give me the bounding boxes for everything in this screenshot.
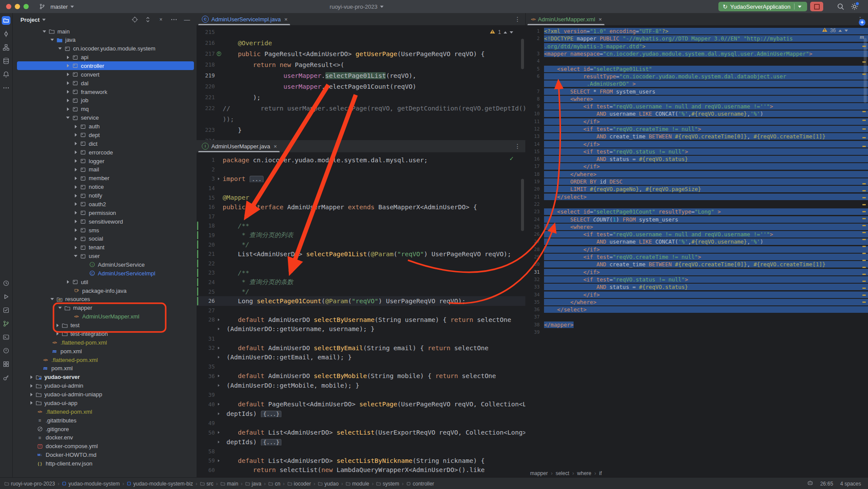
code-line[interactable]: 13 AND create_time BETWEEN #{reqVO.creat… — [526, 133, 868, 140]
tree-row[interactable]: notice — [13, 183, 196, 191]
tool-key-icon[interactable] — [1, 373, 11, 382]
tree-row[interactable]: notify — [13, 191, 196, 200]
close-tab-icon[interactable]: × — [284, 16, 288, 23]
fold-icon[interactable] — [215, 384, 223, 387]
inspection-widget-top[interactable]: 1 — [490, 29, 513, 35]
tool-notifications-icon[interactable] — [1, 70, 11, 79]
code-line[interactable]: 15 <if test="reqVO.status != null"> — [526, 148, 868, 155]
chevron-right-icon[interactable] — [64, 81, 71, 85]
locate-icon[interactable] — [131, 16, 138, 23]
code-line[interactable]: 32 <if test="reqVO.status != null"> — [526, 276, 868, 283]
code-line[interactable]: 9 <if test="reqVO.username != null and r… — [526, 103, 868, 110]
code-line[interactable]: 8 <where> — [526, 95, 868, 103]
tree-row[interactable]: member — [13, 174, 196, 183]
ai-status-icon[interactable] — [807, 480, 813, 487]
scrollbar[interactable] — [864, 38, 867, 103]
tree-row[interactable]: java — [13, 36, 196, 44]
code-line[interactable]: 20 */ — [197, 240, 525, 249]
tree-row[interactable]: ≡.gitattributes — [13, 416, 196, 425]
tree-row[interactable]: convert — [13, 70, 196, 79]
tree-row[interactable]: cn.iocoder.yudao.module.system — [13, 44, 196, 53]
tree-row[interactable]: auth — [13, 122, 196, 131]
code-line[interactable]: (AdminUserDO::getEmail, email); } — [197, 352, 525, 362]
chevron-right-icon[interactable] — [54, 324, 61, 327]
navigation-bar-item[interactable]: java — [245, 481, 261, 487]
tree-row[interactable]: </>AdminUserMapper.xml — [13, 312, 196, 321]
navigation-bar-item[interactable]: iocoder — [287, 481, 311, 487]
chevron-right-icon[interactable] — [28, 393, 35, 396]
expand-collapse-icon[interactable] — [144, 16, 151, 23]
code-line[interactable]: 24 * 查询分页的条数 — [197, 278, 525, 287]
chevron-down-icon[interactable] — [72, 255, 79, 257]
code-line[interactable]: 31 — [197, 334, 525, 343]
chevron-right-icon[interactable] — [64, 99, 71, 102]
code-line[interactable]: 18 </where> — [526, 171, 868, 178]
tree-row[interactable]: main — [13, 27, 196, 36]
code-line[interactable]: 40 default PageResult<AdminUserDO> selec… — [197, 399, 525, 409]
run-configuration-button[interactable]: ↻ YudaoServerApplication — [718, 2, 807, 11]
fold-icon[interactable] — [215, 356, 223, 358]
code-line[interactable]: 34 </if> — [526, 291, 868, 298]
next-warning-icon[interactable] — [510, 31, 513, 33]
tree-row[interactable]: </>.flattened-pom.xml — [13, 338, 196, 347]
tree-row[interactable]: .gitignore — [13, 425, 196, 433]
code-line[interactable]: 59 default List<AdminUserDO> selectListB… — [197, 456, 525, 466]
search-icon[interactable] — [837, 3, 845, 10]
tree-row[interactable]: permission — [13, 208, 196, 217]
tab-adminuserserviceimpl-java[interactable]: C AdminUserServiceImpl.java × — [197, 13, 292, 25]
code-line[interactable]: 16public interface AdminUserMapper exten… — [197, 202, 525, 212]
chevron-right-icon[interactable] — [64, 73, 71, 76]
tree-row[interactable]: ≡docker.env — [13, 433, 196, 442]
code-line[interactable]: 39 — [526, 328, 868, 336]
code-line[interactable]: 25 */ — [197, 287, 525, 296]
code-line[interactable]: 32 default AdminUserDO selectByEmail(Str… — [197, 343, 525, 353]
stop-button[interactable] — [810, 2, 823, 11]
minimize-window-button[interactable] — [15, 4, 20, 9]
more-options-icon[interactable]: ⋮ — [514, 143, 521, 150]
code-line[interactable]: 220 userMapper.selectPage01Count(reqVO) — [197, 81, 525, 92]
code-line[interactable]: 60 return selectList(new LambdaQueryWrap… — [197, 466, 525, 475]
navigation-bar-item[interactable]: yudao-module-system — [62, 481, 120, 487]
breadcrumb-item[interactable]: mapper — [530, 470, 548, 476]
scrollbar[interactable] — [521, 179, 524, 231]
code-line[interactable]: 11 </if> — [526, 118, 868, 125]
code-line[interactable]: 14 — [197, 184, 525, 193]
code-line[interactable]: 216 @Override — [197, 37, 525, 48]
tool-more-icon[interactable] — [1, 83, 11, 93]
chevron-right-icon[interactable] — [28, 401, 35, 405]
chevron-right-icon[interactable] — [72, 228, 79, 232]
caret-position[interactable]: 26:65 — [820, 481, 833, 487]
project-title-widget[interactable]: ruoyi-vue-pro-2023 — [304, 0, 409, 13]
chevron-right-icon[interactable] — [72, 246, 79, 249]
code-line[interactable]: 50 default List<AdminUserDO> selectList(… — [197, 428, 525, 437]
tool-git-icon[interactable] — [1, 319, 11, 328]
code-line[interactable]: 222// return userMapper.selectPage(reqVO… — [197, 103, 525, 114]
tree-row[interactable]: util — [13, 278, 196, 286]
breadcrumb-item[interactable]: if — [599, 470, 602, 476]
code-line[interactable]: 22 — [197, 259, 525, 268]
tool-database-icon[interactable] — [1, 56, 11, 66]
tree-row[interactable]: service — [13, 114, 196, 122]
tree-row[interactable]: controller — [17, 61, 194, 70]
chevron-right-icon[interactable] — [72, 220, 79, 223]
navigation-bar-item[interactable]: cn — [268, 481, 280, 487]
tree-row[interactable]: test-integration — [13, 329, 196, 338]
code-line[interactable]: 21 </select> — [526, 193, 868, 201]
code-line[interactable]: 36 default AdminUserDO selectByMobile(St… — [197, 372, 525, 381]
chevron-right-icon[interactable] — [72, 177, 79, 180]
tool-history-icon[interactable] — [1, 278, 11, 288]
fold-icon[interactable] — [215, 412, 223, 415]
code-line[interactable]: 217 public PageResult<AdminUserDO> getUs… — [197, 48, 525, 59]
more-options-icon[interactable]: ⋮ — [514, 16, 521, 23]
chevron-right-icon[interactable] — [72, 133, 79, 137]
code-line[interactable]: 219 userMapper.selectPage01List(reqVO), — [197, 70, 525, 81]
tree-row[interactable]: logger — [13, 157, 196, 165]
prev-warning-icon[interactable] — [504, 31, 507, 33]
tool-problems-icon[interactable] — [1, 346, 11, 355]
code-line[interactable]: 15@Mapper — [197, 193, 525, 202]
code-line[interactable]: 35 </where> — [526, 298, 868, 306]
code-line[interactable]: 24 SELECT COUNT(1) FROM system_users — [526, 215, 868, 223]
maximize-window-button[interactable] — [23, 4, 29, 9]
chevron-right-icon[interactable] — [64, 280, 71, 284]
code-line[interactable]: 26 Long selectPage01Count(@Param("reqVO"… — [197, 296, 525, 306]
